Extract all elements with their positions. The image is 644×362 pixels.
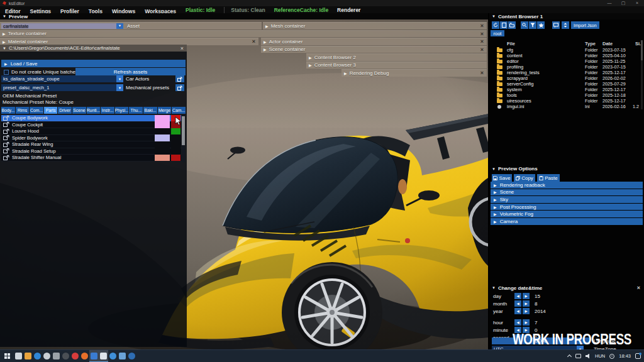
console-button[interactable]	[552, 21, 560, 29]
taskbar-app-icon[interactable]	[33, 350, 42, 362]
file-row[interactable]: serverConfig Folder 2025-07-29	[489, 81, 640, 87]
part-row[interactable]: Spider Bodywork	[1, 135, 181, 142]
part-color-swatch[interactable]	[155, 134, 170, 141]
file-row[interactable]: cfg Folder 2023-07-15	[489, 47, 640, 53]
increment-button[interactable]: ▶	[523, 308, 530, 314]
taskbar-app-icon[interactable]	[89, 350, 99, 362]
open-external-button[interactable]	[175, 84, 184, 91]
display-icon[interactable]	[575, 354, 581, 358]
taskbar-app-icon[interactable]	[118, 350, 127, 362]
increment-button[interactable]: ▶	[523, 293, 530, 299]
taskbar-app-icon[interactable]	[127, 350, 136, 362]
part-row[interactable]: Stradale Rear Wing	[1, 141, 181, 148]
close-icon[interactable]: ×	[480, 70, 484, 76]
part-color-swatch[interactable]	[155, 115, 170, 122]
tab[interactable]: Com...	[30, 107, 43, 114]
column-header-date[interactable]: Date	[602, 41, 613, 47]
part-color-swatch[interactable]	[155, 155, 170, 162]
car-state-window-titlebar[interactable]: ▼ C:\Users\Gregor\Documents\ACE-Editor\c…	[0, 45, 187, 52]
taskbar-app-icon[interactable]	[14, 350, 23, 362]
mechanical-preset-select[interactable]: preset_dalsc_mech_1	[1, 84, 116, 91]
refresh-button[interactable]	[492, 21, 499, 29]
preview-panel-header[interactable]: ▼ Preview	[0, 13, 488, 19]
refresh-assets-button[interactable]: Refresh assets	[75, 68, 186, 75]
taskbar-app-icon[interactable]	[42, 350, 52, 362]
tab[interactable]: Scene	[72, 107, 86, 114]
collapsible-section-header[interactable]: ▶ Rendering readback	[491, 182, 643, 189]
column-header-file[interactable]: File	[507, 41, 515, 47]
close-icon[interactable]: ×	[480, 47, 484, 53]
copy-button[interactable]: Copy	[514, 174, 535, 182]
column-header-type[interactable]: Type	[585, 41, 596, 47]
collapsible-section-header[interactable]: ▶ Sky	[491, 196, 643, 203]
close-icon[interactable]: ×	[480, 38, 484, 45]
load-save-section[interactable]: ▶ Load / Save	[1, 60, 186, 67]
scene-container-header[interactable]: ▶ Scene container ×	[261, 46, 487, 53]
taskbar-app-icon[interactable]	[52, 350, 61, 362]
preview-options-header[interactable]: ▼ Preview Options	[489, 166, 644, 172]
field-value[interactable]: 8	[535, 301, 537, 307]
part-color-swatch[interactable]	[155, 141, 170, 148]
field-value[interactable]: 7	[535, 320, 537, 326]
maximize-button[interactable]: ▢	[616, 0, 630, 6]
increment-button[interactable]: ▶	[523, 319, 530, 326]
collapsible-section-header[interactable]: ▶ Scene	[491, 189, 643, 196]
asset-input[interactable]: carfinalstate	[1, 23, 116, 30]
car-actor-select[interactable]: ks_dallara_stradale_coupe	[1, 75, 116, 82]
file-row[interactable]: uiresources Folder 2025-12-17	[489, 98, 640, 104]
folder-up-button[interactable]	[508, 21, 516, 29]
texture-container-header[interactable]: ▶ Texture container ×	[0, 30, 487, 38]
import-json-button[interactable]: Import Json	[571, 21, 599, 29]
file-list-scrollbar[interactable]	[641, 40, 643, 109]
speaker-icon[interactable]	[586, 354, 591, 359]
part-color-swatch[interactable]	[155, 121, 170, 128]
part-row[interactable]: Stradale Shifter Manual	[1, 155, 181, 162]
tab[interactable]: Baki...	[143, 107, 157, 114]
decrement-button[interactable]: ◀	[514, 308, 521, 314]
menu-status-item[interactable]: Status: Clean	[224, 7, 265, 13]
save-button[interactable]: Save	[492, 174, 512, 182]
open-external-button[interactable]	[175, 75, 184, 82]
clock[interactable]: 18:43	[619, 353, 631, 359]
search-button[interactable]	[521, 21, 528, 29]
tab[interactable]: Parts	[44, 107, 58, 114]
file-row[interactable]: tools Folder 2025-12-18	[489, 92, 640, 98]
tab[interactable]: Driver	[58, 107, 72, 114]
part-color-swatch[interactable]	[171, 148, 180, 155]
new-file-button[interactable]	[500, 21, 508, 29]
file-row[interactable]: rendering_tests Folder 2025-12-17	[489, 70, 640, 75]
rendering-debug-header[interactable]: ▶ Rendering Debug ×	[341, 69, 487, 77]
tab[interactable]: Instr...	[101, 107, 114, 114]
gear-icon[interactable]	[609, 354, 614, 359]
file-row[interactable]: content Folder 2025-04-10	[489, 53, 640, 58]
field-value[interactable]: 2014	[535, 309, 546, 314]
datetime-panel-header[interactable]: ▼ Change date&time ×	[489, 285, 644, 291]
chevron-up-icon[interactable]	[567, 354, 572, 359]
close-icon[interactable]: ×	[637, 285, 640, 291]
close-icon[interactable]: ×	[480, 23, 484, 29]
tab[interactable]: Physi...	[115, 107, 129, 114]
unique-batches-checkbox[interactable]	[4, 70, 9, 75]
tab[interactable]: Cam...	[172, 107, 186, 114]
content-browser-2-header[interactable]: ▶ Content Browser 2	[306, 53, 487, 61]
decrement-button[interactable]: ◀	[514, 293, 521, 299]
filter-button[interactable]	[529, 21, 536, 29]
file-row[interactable]: scrapyard Folder 2026-02-02	[489, 75, 640, 81]
part-row[interactable]: Coupe Cockpit	[1, 122, 181, 129]
material-container-header[interactable]: ▶ Material container ×	[0, 38, 258, 45]
start-button[interactable]	[0, 350, 14, 362]
taskbar-app-icon[interactable]	[61, 350, 70, 362]
tab[interactable]: Body...	[1, 107, 15, 114]
decrement-button[interactable]: ◀	[514, 319, 521, 326]
star-button[interactable]	[537, 21, 545, 29]
taskbar-app-icon[interactable]	[23, 350, 33, 362]
keyboard-language[interactable]: HUN	[595, 353, 605, 359]
chevron-down-icon[interactable]: ▼	[116, 75, 123, 82]
content-browser-header[interactable]: ▼ Content Browser 1	[489, 13, 644, 19]
chevron-down-icon[interactable]: ▼	[116, 84, 123, 91]
paste-button[interactable]: Paste	[537, 174, 560, 182]
breadcrumb-root-button[interactable]: root	[491, 30, 504, 36]
tab[interactable]: Rims	[16, 107, 30, 114]
file-row[interactable]: profiling Folder 2023-07-15	[489, 64, 640, 70]
part-color-swatch[interactable]	[171, 134, 180, 141]
